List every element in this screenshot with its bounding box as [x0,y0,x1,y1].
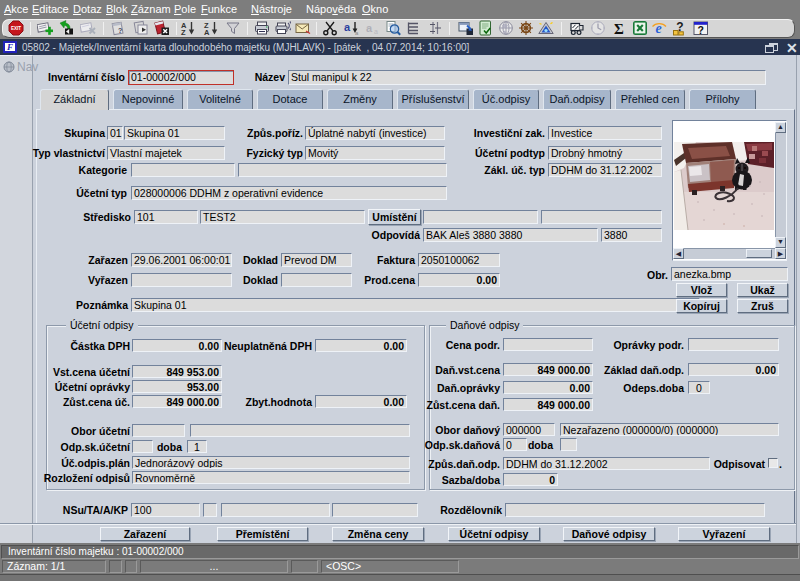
svg-text:a: a [374,28,378,35]
svg-text:EXIT: EXIT [11,26,21,31]
svg-text:?: ? [698,24,704,36]
svg-text:A: A [204,28,210,36]
svg-text:a: a [355,30,359,36]
svg-text:a: a [366,22,373,34]
svg-text:Z: Z [181,28,186,36]
svg-text:?: ? [118,27,122,34]
svg-text:a: a [344,21,351,33]
svg-text:Σ: Σ [614,21,624,37]
